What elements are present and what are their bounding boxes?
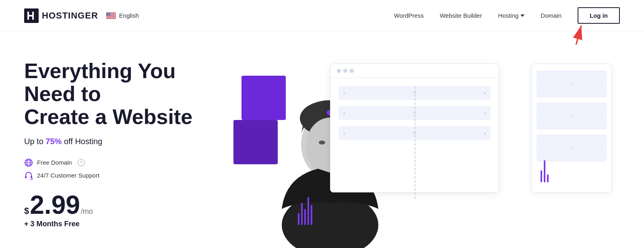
price-row: $ 2.99 /mo bbox=[24, 192, 217, 218]
svg-point-25 bbox=[109, 14, 110, 14]
svg-point-21 bbox=[107, 14, 107, 14]
v-bar-3 bbox=[304, 209, 306, 225]
hero-section: Everything You Need to Create a Website … bbox=[0, 31, 644, 248]
nav-hosting[interactable]: Hosting bbox=[498, 12, 524, 19]
bar-1 bbox=[541, 170, 542, 182]
svg-point-30 bbox=[109, 14, 110, 14]
svg-point-16 bbox=[107, 13, 108, 14]
bar-3 bbox=[547, 174, 549, 182]
svg-point-11 bbox=[108, 12, 108, 13]
v-bar-5 bbox=[311, 205, 312, 225]
browser-dot-2 bbox=[343, 69, 347, 73]
login-button[interactable]: Log in bbox=[578, 7, 620, 24]
svg-point-35 bbox=[109, 14, 109, 15]
svg-point-13 bbox=[109, 12, 109, 13]
logo-icon bbox=[24, 8, 39, 23]
feature-support: 24/7 Customer Support bbox=[24, 171, 217, 180]
svg-point-29 bbox=[109, 14, 109, 14]
price-period: /mo bbox=[81, 207, 93, 216]
dashed-divider bbox=[415, 86, 415, 199]
svg-point-39 bbox=[108, 15, 109, 16]
svg-point-23 bbox=[108, 14, 109, 14]
svg-rect-5 bbox=[106, 16, 116, 16]
svg-rect-49 bbox=[25, 176, 27, 178]
side-block-1: ‹ + › bbox=[537, 70, 607, 97]
mockup-chevron-right-3: › bbox=[484, 130, 486, 136]
hero-price: $ 2.99 /mo + 3 Months Free bbox=[24, 192, 217, 228]
svg-point-32 bbox=[107, 14, 107, 15]
svg-line-43 bbox=[576, 26, 581, 45]
logo-text: HOSTINGER bbox=[42, 10, 98, 21]
svg-point-41 bbox=[109, 15, 110, 16]
svg-point-56 bbox=[319, 141, 325, 145]
mockup-chevron-left-1: ‹ bbox=[343, 90, 345, 96]
globe-icon bbox=[24, 158, 33, 167]
side-block-3: ‹ + › bbox=[537, 134, 607, 161]
svg-point-9 bbox=[107, 12, 107, 13]
headset-icon bbox=[24, 171, 33, 180]
svg-point-22 bbox=[108, 14, 108, 14]
svg-rect-7 bbox=[106, 18, 116, 18]
svg-point-20 bbox=[107, 14, 107, 14]
price-bonus: + 3 Months Free bbox=[24, 220, 217, 228]
feature-domain-text: Free Domain bbox=[37, 159, 72, 166]
hero-subtitle: Up to 75% off Hosting bbox=[24, 137, 217, 146]
nav-domain[interactable]: Domain bbox=[541, 12, 561, 19]
mockup-chevron-right-1: › bbox=[484, 90, 486, 96]
browser-bar bbox=[330, 64, 499, 78]
hero-content: Everything You Need to Create a Website … bbox=[24, 56, 217, 228]
chevron-down-icon bbox=[520, 14, 524, 17]
v-bar-1 bbox=[298, 213, 299, 225]
mockup-chevron-left-3: ‹ bbox=[343, 130, 345, 136]
feature-support-text: 24/7 Customer Support bbox=[37, 172, 99, 179]
language-selector[interactable]: English bbox=[106, 12, 139, 19]
svg-point-37 bbox=[107, 15, 107, 16]
svg-point-19 bbox=[109, 13, 110, 14]
chart-bars bbox=[537, 166, 607, 186]
svg-point-34 bbox=[108, 14, 109, 15]
price-amount: 2.99 bbox=[30, 192, 80, 218]
price-currency: $ bbox=[24, 206, 29, 216]
logo[interactable]: HOSTINGER bbox=[24, 8, 98, 23]
vertical-bars bbox=[298, 197, 312, 225]
nav-wordpress[interactable]: WordPress bbox=[394, 12, 424, 19]
v-bar-2 bbox=[301, 203, 303, 225]
svg-point-14 bbox=[109, 12, 110, 13]
svg-point-28 bbox=[108, 14, 109, 14]
svg-point-12 bbox=[108, 12, 109, 13]
red-arrow-icon bbox=[564, 22, 584, 46]
browser-dot-3 bbox=[350, 69, 354, 73]
side-panel: ‹ + › ‹ + › ‹ + › bbox=[531, 64, 612, 192]
svg-point-24 bbox=[109, 14, 109, 14]
svg-point-36 bbox=[109, 14, 110, 15]
nav-website-builder[interactable]: Website Builder bbox=[440, 12, 482, 19]
svg-point-15 bbox=[107, 13, 107, 14]
hero-features: Free Domain ? 24/7 Customer Support bbox=[24, 158, 217, 180]
svg-point-38 bbox=[107, 15, 108, 16]
svg-point-18 bbox=[109, 13, 109, 14]
v-bar-4 bbox=[308, 197, 309, 225]
flag-icon bbox=[106, 12, 116, 19]
side-block-2: ‹ + › bbox=[537, 102, 607, 129]
navbar-right: WordPress Website Builder Hosting Domain… bbox=[394, 7, 620, 24]
svg-point-40 bbox=[109, 15, 109, 16]
svg-point-33 bbox=[108, 14, 108, 15]
svg-point-31 bbox=[107, 14, 107, 15]
navbar-left: HOSTINGER bbox=[24, 8, 139, 23]
hero-visual: ‹ + › ‹ + › ‹ + › ‹ + bbox=[233, 56, 620, 248]
svg-rect-50 bbox=[31, 176, 32, 178]
feature-domain: Free Domain ? bbox=[24, 158, 217, 167]
navbar: HOSTINGER bbox=[0, 0, 644, 31]
hero-title: Everything You Need to Create a Website bbox=[24, 60, 217, 129]
language-label: English bbox=[119, 12, 139, 19]
svg-point-26 bbox=[107, 14, 107, 14]
svg-point-27 bbox=[107, 14, 108, 14]
bar-2 bbox=[544, 160, 545, 182]
mockup-chevron-right-2: › bbox=[484, 110, 486, 116]
annotation-arrow bbox=[564, 22, 584, 48]
browser-body: ‹ + › ‹ + › ‹ + › bbox=[330, 78, 499, 148]
mockup-chevron-left-2: ‹ bbox=[343, 110, 345, 116]
browser-dot-1 bbox=[337, 69, 341, 73]
question-icon[interactable]: ? bbox=[78, 159, 85, 166]
browser-mockup: ‹ + › ‹ + › ‹ + › bbox=[330, 64, 499, 192]
